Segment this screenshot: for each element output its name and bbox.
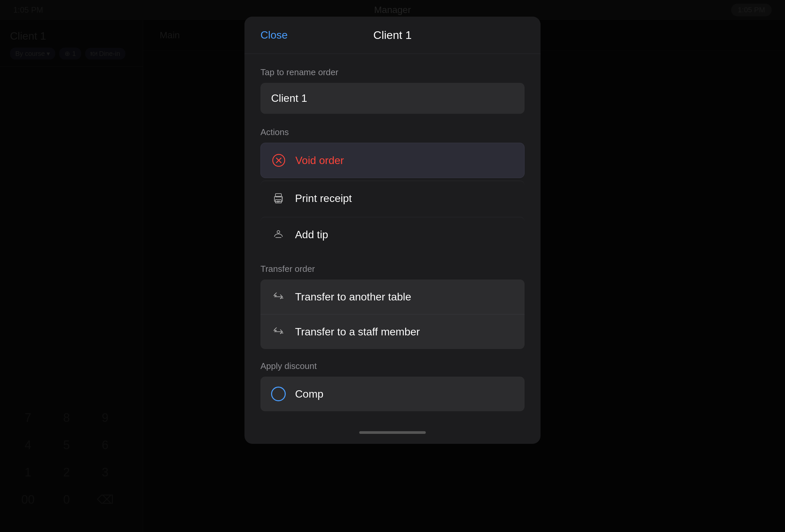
transfer-staff-button[interactable]: Transfer to a staff member: [260, 314, 525, 349]
printer-icon: [271, 191, 286, 206]
transfer-table-icon: [271, 289, 286, 304]
comp-label: Comp: [295, 388, 323, 400]
svg-point-10: [277, 231, 280, 233]
modal-title: Client 1: [373, 29, 411, 42]
close-button[interactable]: Close: [260, 29, 288, 41]
tip-icon: [271, 227, 286, 242]
modal-bottom-indicator: [245, 425, 540, 444]
transfer-group: Transfer to another table Transfer to a: [260, 279, 525, 349]
void-order-label: Void order: [295, 154, 344, 167]
modal-body: Tap to rename order Actions Void order: [245, 54, 540, 425]
print-receipt-label: Print receipt: [295, 192, 352, 205]
actions-section-label: Actions: [260, 127, 525, 137]
add-tip-label: Add tip: [295, 229, 328, 241]
client-modal: Close Client 1 Tap to rename order Actio…: [245, 17, 540, 444]
void-order-button[interactable]: Void order: [260, 143, 525, 178]
add-tip-button[interactable]: Add tip: [260, 217, 525, 252]
svg-point-8: [281, 197, 283, 199]
transfer-staff-label: Transfer to a staff member: [295, 326, 420, 338]
discount-section-label: Apply discount: [260, 361, 525, 371]
rename-section-label: Tap to rename order: [260, 67, 525, 78]
x-circle-icon: [272, 153, 286, 168]
modal-wrapper: Close Client 1 Tap to rename order Actio…: [0, 0, 785, 532]
modal-header: Close Client 1: [245, 17, 540, 54]
transfer-table-label: Transfer to another table: [295, 291, 411, 303]
bottom-pill: [359, 431, 426, 434]
rename-input[interactable]: [260, 83, 525, 114]
comp-circle-icon: [271, 387, 286, 401]
transfer-section-label: Transfer order: [260, 264, 525, 274]
print-receipt-button[interactable]: Print receipt: [260, 181, 525, 216]
comp-button[interactable]: Comp: [260, 377, 525, 411]
transfer-staff-icon: [271, 324, 286, 339]
transfer-table-button[interactable]: Transfer to another table: [260, 279, 525, 314]
